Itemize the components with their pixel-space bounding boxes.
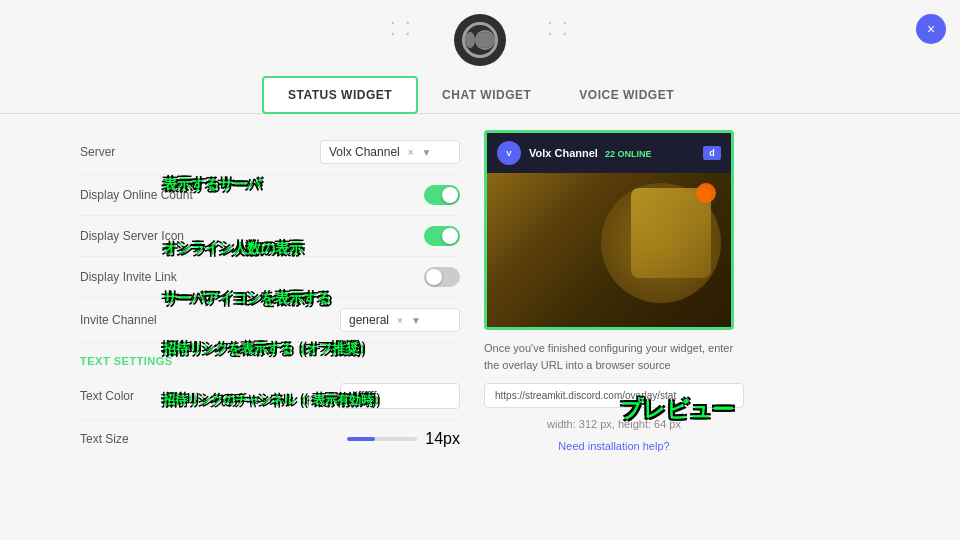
size-info: width: 312 px, height: 64 px bbox=[484, 418, 744, 430]
obs-logo-inner bbox=[462, 22, 498, 58]
tabs-container: STATUS WIDGET CHAT WIDGET VOICE WIDGET bbox=[0, 76, 960, 114]
server-info: Volx Channel 22 ONLINE bbox=[529, 147, 695, 159]
game-object bbox=[631, 188, 711, 278]
server-label: Server bbox=[80, 145, 115, 159]
main-content: Server Volx Channel × ▼ Display Online C… bbox=[0, 114, 960, 474]
help-link[interactable]: Need installation help? bbox=[484, 440, 744, 452]
invite-link-toggle[interactable] bbox=[424, 267, 460, 287]
instructions-text: Once you've finished configuring your wi… bbox=[484, 340, 744, 373]
online-count-preview: 22 ONLINE bbox=[605, 149, 652, 159]
server-icon-toggle-knob bbox=[442, 228, 458, 244]
invite-link-toggle-knob bbox=[426, 269, 442, 285]
server-select-arrow[interactable]: ▼ bbox=[422, 147, 432, 158]
text-color-row: Text Color #ffffff bbox=[80, 373, 460, 420]
invite-channel-label: Invite Channel bbox=[80, 313, 157, 327]
obs-center bbox=[475, 30, 495, 50]
left-panel: Server Volx Channel × ▼ Display Online C… bbox=[80, 130, 460, 458]
server-avatar: V bbox=[497, 141, 521, 165]
invite-channel-select[interactable]: general × ▼ bbox=[340, 308, 460, 332]
text-color-input[interactable]: #ffffff bbox=[340, 383, 460, 409]
server-row: Server Volx Channel × ▼ bbox=[80, 130, 460, 175]
invite-channel-control: general × ▼ bbox=[340, 308, 460, 332]
obs-logo bbox=[454, 14, 506, 66]
text-size-slider[interactable] bbox=[347, 437, 417, 441]
text-size-label: Text Size bbox=[80, 432, 129, 446]
server-select-clear[interactable]: × bbox=[408, 147, 414, 158]
invite-channel-row: Invite Channel general × ▼ bbox=[80, 298, 460, 343]
invite-channel-value: general bbox=[349, 313, 389, 327]
online-count-toggle-knob bbox=[442, 187, 458, 203]
text-size-value: 14px bbox=[425, 430, 460, 448]
server-icon-toggle[interactable] bbox=[424, 226, 460, 246]
online-count-label: Display Online Count bbox=[80, 188, 193, 202]
server-control: Volx Channel × ▼ bbox=[320, 140, 460, 164]
app-container: ⁚ ⁚ ⁚ ⁚ STATUS WIDGET CHAT WIDGET VOICE … bbox=[0, 0, 960, 540]
server-icon-row: Display Server Icon bbox=[80, 216, 460, 257]
invite-link-label: Display Invite Link bbox=[80, 270, 177, 284]
invite-channel-arrow[interactable]: ▼ bbox=[411, 315, 421, 326]
invite-link-row: Display Invite Link bbox=[80, 257, 460, 298]
url-box[interactable]: https://streamkit.discord.com/overlay/st… bbox=[484, 383, 744, 408]
header-dots-right: ⁚ ⁚ bbox=[547, 18, 570, 40]
close-button[interactable]: × bbox=[916, 14, 946, 44]
invite-channel-clear[interactable]: × bbox=[397, 315, 403, 326]
close-icon: × bbox=[927, 21, 935, 37]
header: ⁚ ⁚ ⁚ ⁚ bbox=[0, 0, 960, 66]
server-select[interactable]: Volx Channel × ▼ bbox=[320, 140, 460, 164]
text-size-slider-fill bbox=[347, 437, 375, 441]
tab-status[interactable]: STATUS WIDGET bbox=[262, 76, 418, 114]
header-dots-left: ⁚ ⁚ bbox=[390, 18, 413, 40]
right-panel: V Volx Channel 22 ONLINE d Once y bbox=[484, 130, 744, 458]
online-count-toggle[interactable] bbox=[424, 185, 460, 205]
online-count-row: Display Online Count bbox=[80, 175, 460, 216]
game-background bbox=[487, 173, 731, 330]
discord-icon: d bbox=[703, 146, 721, 160]
text-color-label: Text Color bbox=[80, 389, 134, 403]
server-icon-label: Display Server Icon bbox=[80, 229, 184, 243]
tab-voice[interactable]: VOICE WIDGET bbox=[555, 76, 698, 113]
text-size-control: 14px bbox=[347, 430, 460, 448]
widget-preview-bar: V Volx Channel 22 ONLINE d bbox=[487, 133, 731, 173]
server-name-preview: Volx Channel 22 ONLINE bbox=[529, 147, 695, 159]
text-size-row: Text Size 14px bbox=[80, 420, 460, 458]
tab-chat[interactable]: CHAT WIDGET bbox=[418, 76, 555, 113]
text-settings-title: TEXT SETTINGS bbox=[80, 343, 460, 373]
server-select-value: Volx Channel bbox=[329, 145, 400, 159]
preview-image: V Volx Channel 22 ONLINE d bbox=[484, 130, 734, 330]
game-accent bbox=[696, 183, 716, 203]
